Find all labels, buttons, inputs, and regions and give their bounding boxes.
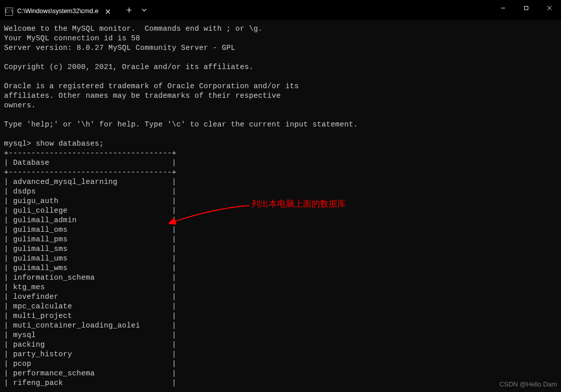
close-window-button[interactable]	[538, 0, 561, 16]
cmd-icon: C:\	[5, 8, 13, 16]
window-controls	[491, 0, 561, 20]
watermark: CSDN @Hello Dam	[500, 379, 557, 389]
titlebar: C:\ C:\Windows\system32\cmd.e	[0, 0, 561, 20]
new-tab-button[interactable]	[121, 2, 137, 18]
terminal-tab[interactable]: C:\ C:\Windows\system32\cmd.e	[0, 3, 116, 20]
tab-title: C:\Windows\system32\cmd.e	[17, 7, 100, 16]
maximize-button[interactable]	[515, 0, 538, 16]
close-tab-icon[interactable]	[104, 8, 112, 16]
minimize-button[interactable]	[491, 0, 515, 16]
annotation-label: 列出本电脑上面的数据库	[252, 199, 346, 209]
svg-rect-0	[525, 7, 528, 10]
tab-dropdown-button[interactable]	[137, 2, 151, 18]
